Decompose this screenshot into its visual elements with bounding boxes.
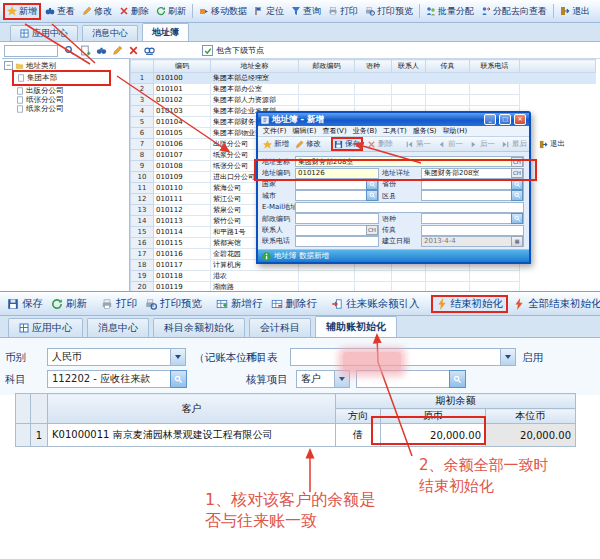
tab-app-center[interactable]: 应用中心 (10, 25, 78, 41)
add-row-button[interactable]: 新增行 (213, 296, 266, 312)
item-select[interactable]: 客户 (296, 370, 350, 388)
menu-item[interactable]: 工具(T) (383, 126, 407, 136)
find-next-icon[interactable] (144, 45, 155, 56)
direction-col[interactable]: 方向 (336, 409, 381, 424)
col-name[interactable]: 地址全称 (211, 60, 299, 73)
tree-node[interactable]: 纸浆分公司 (16, 104, 129, 113)
currency-select[interactable]: 人民币 (47, 348, 186, 366)
menu-item[interactable]: 文件(F) (263, 126, 287, 136)
minimize-button[interactable]: _ (484, 114, 496, 125)
print-button[interactable]: 打印 (98, 296, 140, 312)
menu-item[interactable]: 编辑(E) (293, 126, 317, 136)
lang-field[interactable] (421, 213, 524, 224)
email-field[interactable] (295, 202, 524, 213)
print-button[interactable]: 打印 (325, 4, 361, 19)
lookup-icon[interactable] (366, 179, 378, 190)
dialog-new-button[interactable]: 新增 (261, 139, 291, 149)
dialog-next-button[interactable]: 后一 (467, 139, 497, 149)
query-button[interactable]: 查询 (288, 4, 324, 19)
exit-button[interactable]: 退出 (557, 4, 593, 19)
table-row[interactable]: 3 010102 集团本部人力资源部 (131, 95, 596, 106)
col-phone[interactable]: 联系电话 (470, 60, 520, 73)
detail-field[interactable]: 集团财务部208室 CH (421, 168, 524, 179)
lookup-icon[interactable] (511, 213, 523, 224)
chevron-down-icon[interactable] (170, 349, 185, 365)
delete-button[interactable]: 删除 (116, 4, 152, 19)
view-button[interactable]: 查看 (42, 4, 78, 19)
country-field[interactable] (295, 179, 379, 190)
menu-item[interactable]: 业务(B) (353, 126, 377, 136)
dialog-prev-button[interactable]: 前一 (435, 139, 465, 149)
lookup-icon[interactable] (170, 370, 187, 388)
zip-field[interactable] (295, 213, 379, 224)
menu-item[interactable]: 服务(S) (413, 126, 437, 136)
city-field[interactable] (295, 190, 379, 201)
locate-button[interactable]: 定位 (251, 4, 287, 19)
end-all-init-button[interactable]: 全部结束初始化 (510, 296, 600, 312)
tab-aux-init[interactable]: 辅助账初始化 (315, 316, 397, 337)
lookup-icon[interactable] (366, 190, 378, 201)
tab-message-center[interactable]: 消息中心 (82, 25, 138, 41)
print-preview-button[interactable]: 打印预览 (362, 4, 416, 19)
delete-x-icon[interactable] (128, 45, 139, 56)
refresh-button[interactable]: 刷新 (48, 296, 90, 312)
contact-field[interactable]: CH (295, 225, 379, 236)
menu-item[interactable]: 查看(V) (322, 126, 346, 136)
balance-row[interactable]: 1 K01000011 南京麦浦园林景观建设工程有限公司 借 20,000.00… (16, 424, 576, 447)
new-page-icon[interactable] (80, 45, 91, 56)
created-field[interactable]: 2013-4-4 ▦ (421, 236, 524, 247)
delete-row-button[interactable]: 删除行 (268, 296, 321, 312)
move-data-button[interactable]: 移动数据 (196, 4, 250, 19)
col-contact[interactable]: 联系人 (392, 60, 426, 73)
code-field[interactable]: 010126 (295, 168, 379, 179)
refresh-button[interactable]: 刷新 (153, 4, 189, 19)
tab-address-book[interactable]: 地址簿 (142, 23, 189, 41)
tree-node[interactable]: 集团本部 (12, 70, 111, 86)
chevron-down-icon[interactable] (334, 371, 349, 387)
phone-field[interactable] (295, 236, 379, 247)
col-code[interactable]: 编码 (154, 60, 211, 73)
lookup-icon[interactable] (511, 179, 523, 190)
find-icon[interactable] (96, 45, 107, 56)
end-init-button[interactable]: 结束初始化 (431, 295, 509, 313)
tree-search-input[interactable] (4, 45, 58, 57)
col-lang[interactable]: 语种 (355, 60, 392, 73)
tree-root[interactable]: − 地址类别 (2, 61, 129, 70)
print-preview-button[interactable]: 打印预览 (142, 296, 205, 312)
tab-accounts[interactable]: 会计科目 (249, 318, 311, 337)
chart-select[interactable] (290, 348, 516, 366)
edit-pencil-icon[interactable] (112, 45, 123, 56)
save-button[interactable]: 保存 (4, 296, 46, 312)
full-name-field[interactable]: 集团财务部208室 CH (295, 156, 524, 167)
lookup-icon[interactable] (511, 190, 523, 201)
include-subnodes-checkbox[interactable]: 包含下级节点 (202, 45, 264, 56)
dialog-edit-button[interactable]: 修改 (293, 139, 323, 149)
original-col[interactable]: 原币 (381, 409, 486, 424)
account-field[interactable]: 112202 - 应收往来款 (47, 370, 171, 388)
district-field[interactable] (421, 190, 524, 201)
dialog-exit-button[interactable]: 退出 (537, 139, 567, 149)
col-fax[interactable]: 传真 (426, 60, 470, 73)
maximize-button[interactable]: □ (499, 114, 511, 125)
search-icon[interactable] (64, 45, 75, 56)
base-col[interactable]: 本位币 (486, 409, 576, 424)
chevron-down-icon[interactable] (500, 349, 515, 365)
dialog-last-button[interactable]: 最后 (499, 139, 529, 149)
batch-assign-button[interactable]: 批量分配 (423, 4, 477, 19)
import-balance-button[interactable]: 往来账余额引入 (328, 296, 423, 312)
collapse-icon[interactable]: − (4, 61, 13, 70)
dialog-first-button[interactable]: 第一 (403, 139, 433, 149)
tab-app-center[interactable]: 应用中心 (8, 318, 83, 337)
assign-view-button[interactable]: 分配去向查看 (478, 4, 550, 19)
edit-button[interactable]: 修改 (79, 4, 115, 19)
new-button[interactable]: 新增 (3, 3, 41, 20)
table-row[interactable]: 2 010101 集团本部办公室 (131, 84, 596, 95)
fax-field[interactable] (421, 225, 524, 236)
col-zip[interactable]: 邮政编码 (299, 60, 355, 73)
tab-message-center[interactable]: 消息中心 (87, 318, 149, 337)
table-row[interactable]: 19 010118 港农 (131, 271, 596, 282)
close-icon[interactable]: ✕ (514, 114, 526, 125)
dialog-titlebar[interactable]: 地址簿 - 新增 _ □ ✕ (258, 113, 529, 126)
dialog-delete-button[interactable]: 删除 (365, 139, 395, 149)
table-row[interactable]: 1 010100 集团本部总经理室 (131, 73, 596, 84)
